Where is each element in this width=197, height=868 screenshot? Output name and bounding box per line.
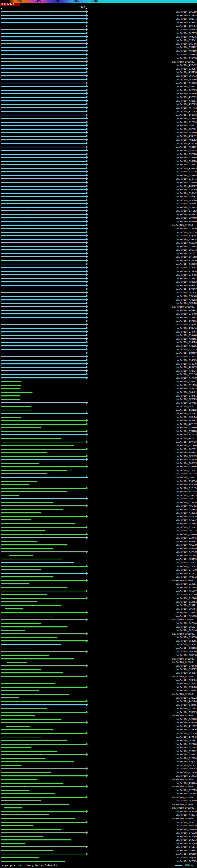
subject-id-label[interactable]: UniRef100_B9GPQ6 bbox=[176, 220, 197, 223]
subject-id-label[interactable]: UniRef100_A9P159 bbox=[176, 49, 197, 53]
subject-id-label[interactable]: UniRef100_A4CWR4 bbox=[176, 700, 197, 703]
alignment-bar[interactable] bbox=[1, 591, 87, 591]
alignment-row[interactable]: UniRef100_B9RGT1 bbox=[0, 17, 197, 21]
subject-id-label[interactable]: UniRef100_Q16636 bbox=[176, 636, 197, 639]
alignment-bar[interactable] bbox=[1, 705, 87, 706]
alignment-row[interactable]: UniRef100_A7PW72 bbox=[0, 63, 197, 67]
alignment-row[interactable]: UniRef100_B6FWJ4 bbox=[0, 628, 197, 632]
alignment-row[interactable]: UniRef100_Q2JVE1 bbox=[0, 582, 197, 586]
alignment-bar[interactable] bbox=[1, 484, 29, 485]
alignment-row[interactable]: UniRef100_Q8KLN4 bbox=[0, 415, 197, 419]
alignment-row[interactable]: UniRef100_Q47044 bbox=[0, 621, 197, 625]
alignment-bar[interactable] bbox=[1, 381, 21, 382]
alignment-row[interactable]: UniRef100_B9R8W2 bbox=[0, 451, 197, 455]
alignment-bar[interactable] bbox=[1, 829, 61, 830]
subject-id-label[interactable]: UniRef100_A0L458 bbox=[176, 614, 197, 618]
subject-id-label[interactable]: UniRef100_C6PQ61 bbox=[176, 127, 197, 131]
alignment-bar[interactable] bbox=[1, 363, 87, 364]
subject-id-label[interactable]: UniRef100_B4V7H0 bbox=[176, 717, 197, 721]
alignment-row[interactable]: UniRef100_Q5YNE3 bbox=[0, 707, 197, 710]
alignment-row[interactable]: UniRef100_A3IS86 bbox=[0, 444, 197, 447]
alignment-bar[interactable] bbox=[1, 470, 67, 471]
subject-id-label[interactable]: UniRef100_Q9ZNE8 bbox=[176, 799, 197, 803]
alignment-row[interactable]: UniRef100_B9E2Y0 bbox=[0, 732, 197, 735]
alignment-bar[interactable] bbox=[1, 43, 87, 44]
alignment-row[interactable]: UniRef100_Q8VMD5 bbox=[0, 401, 197, 405]
alignment-row[interactable]: UniRef100_A9S1G9 bbox=[0, 145, 197, 149]
subject-id-label[interactable]: UniRef100_UP1000... bbox=[172, 778, 197, 781]
alignment-bar[interactable] bbox=[1, 342, 87, 343]
subject-id-label[interactable]: UniRef100_Q55245 bbox=[176, 472, 197, 476]
alignment-row[interactable]: UniRef100_A8YLT2 bbox=[0, 423, 197, 426]
subject-id-label[interactable]: UniRef100_Q8VNA9 bbox=[176, 440, 197, 444]
subject-id-label[interactable]: UniRef100_Q9LP96 bbox=[176, 42, 197, 46]
alignment-row[interactable]: UniRef100_A5BT38 bbox=[0, 70, 197, 74]
alignment-bar[interactable] bbox=[1, 189, 87, 190]
alignment-bar[interactable] bbox=[1, 374, 87, 375]
subject-id-label[interactable]: UniRef100_A8LU77 bbox=[176, 589, 197, 593]
subject-id-label[interactable]: UniRef100_Q6MK59 bbox=[176, 828, 197, 831]
alignment-row[interactable]: UniRef100_Q24FC0 bbox=[0, 312, 197, 316]
alignment-bar[interactable] bbox=[1, 310, 87, 311]
alignment-bar[interactable] bbox=[1, 33, 87, 34]
alignment-row[interactable]: UniRef100_A3QVW1 bbox=[0, 99, 197, 103]
alignment-row[interactable]: UniRef100_C76E02 bbox=[0, 849, 197, 852]
alignment-row[interactable]: UniRef100_Q55245 bbox=[0, 472, 197, 476]
subject-id-label[interactable]: UniRef100_P34919 bbox=[176, 362, 197, 366]
subject-id-label[interactable]: UniRef100_Q8VMQ8 bbox=[176, 508, 197, 512]
alignment-row[interactable]: UniRef100_C0Z2Y9 bbox=[0, 31, 197, 35]
alignment-bar[interactable] bbox=[1, 573, 87, 574]
alignment-row[interactable]: UniRef100_Q24FC4 bbox=[0, 330, 197, 334]
alignment-row[interactable]: UniRef100_Q84L01 bbox=[0, 391, 197, 394]
alignment-row[interactable]: UniRef100_UP1000... bbox=[0, 817, 197, 820]
alignment-bar[interactable] bbox=[1, 832, 87, 833]
alignment-bar[interactable] bbox=[1, 687, 87, 688]
alignment-row[interactable]: UniRef100_C1HGP0 bbox=[0, 646, 197, 650]
alignment-row[interactable]: UniRef100_C9F766 bbox=[0, 742, 197, 746]
subject-id-label[interactable]: UniRef100_Q9AYA0 bbox=[176, 334, 197, 337]
subject-id-label[interactable]: UniRef100_B5HQX3 bbox=[176, 710, 197, 714]
alignment-bar[interactable] bbox=[1, 292, 87, 293]
alignment-bar[interactable] bbox=[1, 562, 73, 563]
subject-id-label[interactable]: UniRef100_A9S3Y4 bbox=[176, 142, 197, 145]
subject-id-label[interactable]: UniRef100_Q37174 bbox=[176, 355, 197, 359]
subject-id-label[interactable]: UniRef100_C1M1F7 bbox=[176, 380, 197, 383]
alignment-row[interactable]: UniRef100_Q7VEJ0 bbox=[0, 501, 197, 504]
alignment-bar[interactable] bbox=[1, 505, 87, 506]
alignment-bar[interactable] bbox=[1, 281, 87, 282]
alignment-row[interactable]: UniRef100_A3YW10 bbox=[0, 376, 197, 380]
subject-id-label[interactable]: UniRef100_P09672 bbox=[176, 575, 197, 579]
alignment-bar[interactable] bbox=[1, 107, 87, 108]
alignment-row[interactable]: UniRef100_Q8VXN6 bbox=[0, 302, 197, 305]
subject-id-label[interactable]: UniRef100_UP1000... bbox=[172, 675, 197, 678]
alignment-bar[interactable] bbox=[1, 448, 87, 450]
alignment-row[interactable]: UniRef100_D02013 bbox=[0, 838, 197, 842]
alignment-row[interactable]: UniRef100_Q7XB41 bbox=[0, 38, 197, 42]
subject-id-label[interactable]: UniRef100_Q9VNM6 bbox=[176, 202, 197, 206]
alignment-bar[interactable] bbox=[1, 768, 87, 769]
alignment-bar[interactable] bbox=[1, 352, 87, 353]
alignment-bar[interactable] bbox=[1, 523, 75, 524]
alignment-row[interactable]: UniRef100_Q05J27 bbox=[0, 625, 197, 629]
subject-id-label[interactable]: UniRef100_Q8VWP4 bbox=[176, 24, 197, 28]
alignment-bar[interactable] bbox=[1, 178, 87, 179]
alignment-bar[interactable] bbox=[1, 427, 41, 428]
alignment-row[interactable]: UniRef100_A9PG22 bbox=[0, 95, 197, 99]
alignment-row[interactable]: UniRef100_B2TR30 bbox=[0, 771, 197, 774]
alignment-row[interactable]: UniRef100_A9TM33 bbox=[0, 106, 197, 110]
alignment-row[interactable]: UniRef100_Q3AWR3 bbox=[0, 600, 197, 604]
alignment-row[interactable]: UniRef100_B76L28 bbox=[0, 831, 197, 835]
alignment-row[interactable]: UniRef100_P23857 bbox=[0, 266, 197, 270]
alignment-bar[interactable] bbox=[1, 360, 87, 361]
alignment-row[interactable]: UniRef100_Q8VWF2 bbox=[0, 206, 197, 209]
alignment-row[interactable]: UniRef100_B4F8L3 bbox=[0, 213, 197, 216]
subject-id-label[interactable]: UniRef100_Q8VX63 bbox=[176, 53, 197, 57]
alignment-row[interactable]: UniRef100_C4C134 bbox=[0, 845, 197, 849]
alignment-bar[interactable] bbox=[1, 811, 87, 812]
alignment-row[interactable]: UniRef100_A4CWR4 bbox=[0, 700, 197, 703]
alignment-bar[interactable] bbox=[1, 122, 87, 123]
alignment-bar[interactable] bbox=[1, 605, 61, 606]
alignment-row[interactable]: UniRef100_Q8VNA9 bbox=[0, 440, 197, 444]
alignment-bar[interactable] bbox=[1, 154, 87, 155]
alignment-row[interactable]: UniRef100_B9TBB9 bbox=[0, 788, 197, 792]
